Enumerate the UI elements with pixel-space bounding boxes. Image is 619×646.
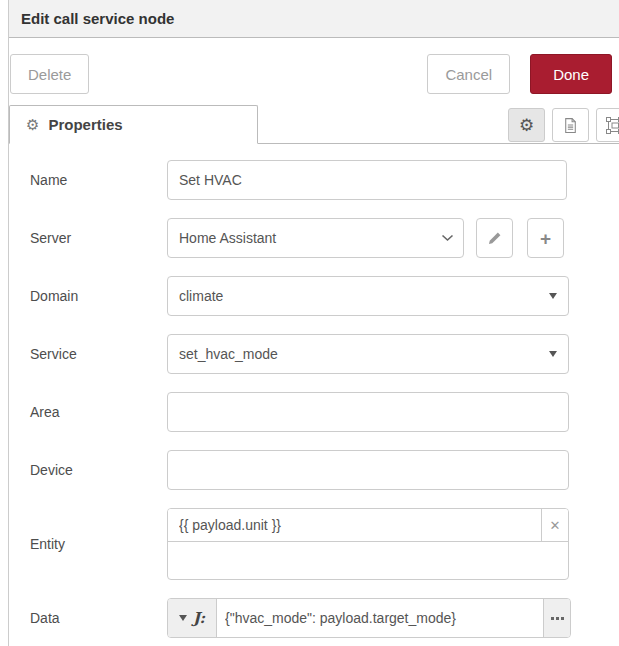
editor-tabbar: ⚙ Properties ⚙ <box>9 105 619 144</box>
ellipsis-icon <box>551 617 554 620</box>
gear-icon: ⚙ <box>26 117 39 132</box>
area-row: Area <box>30 392 619 432</box>
entity-label: Entity <box>30 508 167 580</box>
done-button[interactable]: Done <box>530 54 612 94</box>
add-server-button[interactable]: + <box>527 218 564 258</box>
device-label: Device <box>30 450 167 490</box>
data-type-select-button[interactable]: J: <box>168 599 217 637</box>
tab-button-properties[interactable]: ⚙ <box>508 108 545 142</box>
dialog-title: Edit call service node <box>21 10 174 27</box>
ellipsis-icon <box>561 617 564 620</box>
dropdown-arrow-icon[interactable] <box>549 293 557 299</box>
server-select-wrap: Home Assistant <box>167 218 464 258</box>
caret-down-icon <box>179 615 187 621</box>
edit-server-button[interactable] <box>476 218 513 258</box>
area-label: Area <box>30 392 167 432</box>
service-label: Service <box>30 334 167 374</box>
dialog-header: Edit call service node <box>9 0 619 38</box>
ellipsis-icon <box>556 617 559 620</box>
tab-properties[interactable]: ⚙ Properties <box>9 105 258 144</box>
area-input[interactable] <box>167 392 569 432</box>
data-label: Data <box>30 598 167 638</box>
tab-properties-label: Properties <box>48 116 122 133</box>
entity-list: ✕ <box>167 508 569 580</box>
domain-input[interactable] <box>167 276 569 316</box>
entity-input[interactable] <box>168 509 541 541</box>
name-row: Name <box>30 160 619 200</box>
data-input[interactable] <box>217 599 543 637</box>
appearance-icon <box>605 116 619 135</box>
entity-row: Entity ✕ <box>30 508 619 580</box>
remove-entity-button[interactable]: ✕ <box>541 509 568 541</box>
data-typed-input: J: <box>167 598 571 638</box>
json-type-icon: J: <box>193 609 205 627</box>
service-row: Service <box>30 334 619 374</box>
server-label: Server <box>30 218 167 258</box>
server-select[interactable]: Home Assistant <box>167 218 464 258</box>
expand-editor-button[interactable] <box>543 599 570 637</box>
plus-icon: + <box>540 229 551 248</box>
service-combo <box>167 334 569 374</box>
server-row: Server Home Assistant + <box>30 218 619 258</box>
domain-label: Domain <box>30 276 167 316</box>
cancel-button[interactable]: Cancel <box>427 54 510 94</box>
data-row: Data J: <box>30 598 619 638</box>
delete-button[interactable]: Delete <box>10 54 89 94</box>
tab-button-appearance[interactable] <box>596 108 619 142</box>
description-icon <box>563 117 578 134</box>
name-label: Name <box>30 160 167 200</box>
gear-icon: ⚙ <box>519 117 534 134</box>
dropdown-arrow-icon[interactable] <box>549 351 557 357</box>
dialog-toolbar: Delete Cancel Done <box>9 38 619 105</box>
entity-list-empty-area[interactable] <box>168 542 568 580</box>
device-input[interactable] <box>167 450 569 490</box>
device-row: Device <box>30 450 619 490</box>
properties-form: Name Server Home Assistant <box>9 144 619 638</box>
tab-button-description[interactable] <box>552 108 589 142</box>
edit-node-dialog: Edit call service node Delete Cancel Don… <box>0 0 619 646</box>
close-icon: ✕ <box>550 519 561 532</box>
entity-list-item: ✕ <box>168 509 568 542</box>
domain-combo <box>167 276 569 316</box>
name-input[interactable] <box>167 160 567 200</box>
domain-row: Domain <box>30 276 619 316</box>
service-input[interactable] <box>167 334 569 374</box>
pencil-icon <box>487 231 502 246</box>
